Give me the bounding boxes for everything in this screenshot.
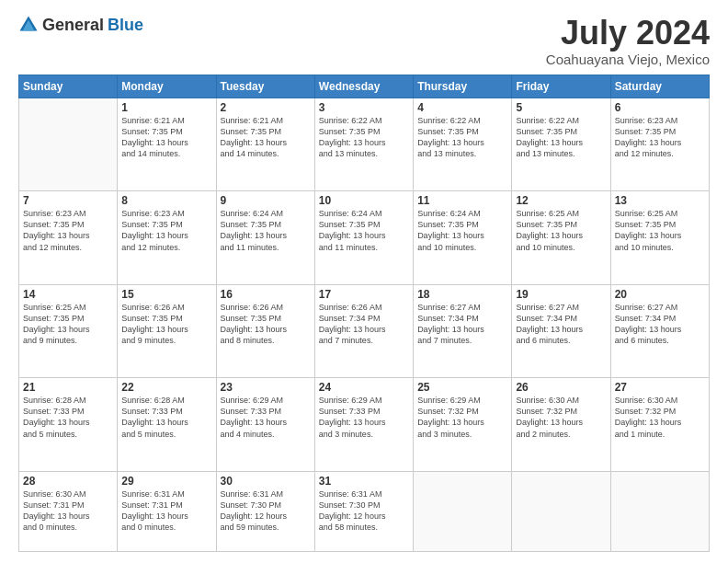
table-row: 11Sunrise: 6:24 AM Sunset: 7:35 PM Dayli… [414,191,512,285]
table-row: 6Sunrise: 6:23 AM Sunset: 7:35 PM Daylig… [610,98,709,191]
calendar-week-row: 7Sunrise: 6:23 AM Sunset: 7:35 PM Daylig… [19,191,710,285]
day-info: Sunrise: 6:27 AM Sunset: 7:34 PM Dayligh… [615,302,705,347]
day-number: 8 [121,194,211,207]
day-number: 10 [319,194,409,207]
day-number: 2 [221,101,311,114]
table-row: 31Sunrise: 6:31 AM Sunset: 7:30 PM Dayli… [314,471,413,551]
table-row [414,471,512,551]
table-row: 5Sunrise: 6:22 AM Sunset: 7:35 PM Daylig… [512,98,610,191]
table-row: 30Sunrise: 6:31 AM Sunset: 7:30 PM Dayli… [216,471,314,551]
table-row: 25Sunrise: 6:29 AM Sunset: 7:32 PM Dayli… [414,378,512,472]
location-title: Coahuayana Viejo, Mexico [546,52,710,67]
day-info: Sunrise: 6:30 AM Sunset: 7:32 PM Dayligh… [615,395,705,440]
col-saturday: Saturday [610,75,709,98]
day-info: Sunrise: 6:28 AM Sunset: 7:33 PM Dayligh… [23,395,113,440]
table-row: 1Sunrise: 6:21 AM Sunset: 7:35 PM Daylig… [118,98,216,191]
calendar-header-row: Sunday Monday Tuesday Wednesday Thursday… [19,75,710,98]
table-row: 24Sunrise: 6:29 AM Sunset: 7:33 PM Dayli… [314,378,413,472]
day-number: 11 [417,194,507,207]
day-number: 27 [615,381,705,394]
logo-icon [18,15,39,35]
day-info: Sunrise: 6:27 AM Sunset: 7:34 PM Dayligh… [417,302,507,347]
day-info: Sunrise: 6:25 AM Sunset: 7:35 PM Dayligh… [23,302,113,347]
day-number: 16 [221,288,311,301]
day-info: Sunrise: 6:26 AM Sunset: 7:35 PM Dayligh… [221,302,311,347]
table-row: 19Sunrise: 6:27 AM Sunset: 7:34 PM Dayli… [512,284,610,378]
day-info: Sunrise: 6:24 AM Sunset: 7:35 PM Dayligh… [417,208,507,253]
day-number: 21 [23,381,113,394]
day-info: Sunrise: 6:23 AM Sunset: 7:35 PM Dayligh… [23,208,113,253]
day-info: Sunrise: 6:24 AM Sunset: 7:35 PM Dayligh… [221,208,311,253]
table-row: 21Sunrise: 6:28 AM Sunset: 7:33 PM Dayli… [19,378,118,472]
col-friday: Friday [512,75,610,98]
table-row: 18Sunrise: 6:27 AM Sunset: 7:34 PM Dayli… [414,284,512,378]
day-info: Sunrise: 6:30 AM Sunset: 7:31 PM Dayligh… [23,488,113,534]
logo-blue: Blue [108,16,143,35]
header: GeneralBlue July 2024 Coahuayana Viejo, … [18,15,710,67]
logo-area: GeneralBlue [18,15,143,35]
calendar-week-row: 21Sunrise: 6:28 AM Sunset: 7:33 PM Dayli… [19,378,710,472]
col-wednesday: Wednesday [314,75,413,98]
day-info: Sunrise: 6:21 AM Sunset: 7:35 PM Dayligh… [121,115,211,160]
day-info: Sunrise: 6:28 AM Sunset: 7:33 PM Dayligh… [121,395,211,440]
day-info: Sunrise: 6:22 AM Sunset: 7:35 PM Dayligh… [319,115,409,160]
calendar-table: Sunday Monday Tuesday Wednesday Thursday… [18,75,710,552]
day-number: 22 [121,381,211,394]
day-number: 15 [121,288,211,301]
day-info: Sunrise: 6:22 AM Sunset: 7:35 PM Dayligh… [516,115,606,160]
table-row: 26Sunrise: 6:30 AM Sunset: 7:32 PM Dayli… [512,378,610,472]
table-row: 3Sunrise: 6:22 AM Sunset: 7:35 PM Daylig… [314,98,413,191]
table-row: 13Sunrise: 6:25 AM Sunset: 7:35 PM Dayli… [610,191,709,285]
calendar-body: 1Sunrise: 6:21 AM Sunset: 7:35 PM Daylig… [19,98,710,551]
day-number: 19 [516,288,606,301]
day-info: Sunrise: 6:29 AM Sunset: 7:32 PM Dayligh… [417,395,507,440]
col-tuesday: Tuesday [216,75,314,98]
logo-general: General [42,16,104,35]
day-number: 1 [121,101,211,114]
col-sunday: Sunday [19,75,118,98]
day-info: Sunrise: 6:30 AM Sunset: 7:32 PM Dayligh… [516,395,606,440]
logo: GeneralBlue [18,15,143,35]
day-number: 13 [615,194,705,207]
table-row: 29Sunrise: 6:31 AM Sunset: 7:31 PM Dayli… [118,471,216,551]
col-thursday: Thursday [414,75,512,98]
table-row: 4Sunrise: 6:22 AM Sunset: 7:35 PM Daylig… [414,98,512,191]
day-info: Sunrise: 6:26 AM Sunset: 7:34 PM Dayligh… [319,302,409,347]
calendar-week-row: 1Sunrise: 6:21 AM Sunset: 7:35 PM Daylig… [19,98,710,191]
day-info: Sunrise: 6:31 AM Sunset: 7:31 PM Dayligh… [121,488,211,534]
day-number: 5 [516,101,606,114]
day-number: 12 [516,194,606,207]
day-info: Sunrise: 6:27 AM Sunset: 7:34 PM Dayligh… [516,302,606,347]
day-number: 23 [221,381,311,394]
month-title: July 2024 [546,15,710,52]
table-row [610,471,709,551]
calendar-week-row: 14Sunrise: 6:25 AM Sunset: 7:35 PM Dayli… [19,284,710,378]
day-number: 17 [319,288,409,301]
day-number: 29 [121,475,211,488]
table-row: 8Sunrise: 6:23 AM Sunset: 7:35 PM Daylig… [118,191,216,285]
day-number: 31 [319,475,409,488]
title-area: July 2024 Coahuayana Viejo, Mexico [546,15,710,67]
day-number: 6 [615,101,705,114]
day-number: 3 [319,101,409,114]
day-info: Sunrise: 6:21 AM Sunset: 7:35 PM Dayligh… [221,115,311,160]
day-info: Sunrise: 6:25 AM Sunset: 7:35 PM Dayligh… [615,208,705,253]
table-row: 20Sunrise: 6:27 AM Sunset: 7:34 PM Dayli… [610,284,709,378]
table-row: 22Sunrise: 6:28 AM Sunset: 7:33 PM Dayli… [118,378,216,472]
day-number: 9 [221,194,311,207]
day-info: Sunrise: 6:31 AM Sunset: 7:30 PM Dayligh… [319,488,409,534]
day-number: 26 [516,381,606,394]
calendar-week-row: 28Sunrise: 6:30 AM Sunset: 7:31 PM Dayli… [19,471,710,551]
day-info: Sunrise: 6:31 AM Sunset: 7:30 PM Dayligh… [221,488,311,534]
table-row: 15Sunrise: 6:26 AM Sunset: 7:35 PM Dayli… [118,284,216,378]
table-row [512,471,610,551]
day-info: Sunrise: 6:23 AM Sunset: 7:35 PM Dayligh… [121,208,211,253]
day-number: 4 [417,101,507,114]
table-row: 28Sunrise: 6:30 AM Sunset: 7:31 PM Dayli… [19,471,118,551]
day-info: Sunrise: 6:23 AM Sunset: 7:35 PM Dayligh… [615,115,705,160]
table-row: 14Sunrise: 6:25 AM Sunset: 7:35 PM Dayli… [19,284,118,378]
table-row: 27Sunrise: 6:30 AM Sunset: 7:32 PM Dayli… [610,378,709,472]
day-info: Sunrise: 6:29 AM Sunset: 7:33 PM Dayligh… [221,395,311,440]
page: GeneralBlue July 2024 Coahuayana Viejo, … [0,0,728,563]
day-info: Sunrise: 6:22 AM Sunset: 7:35 PM Dayligh… [417,115,507,160]
